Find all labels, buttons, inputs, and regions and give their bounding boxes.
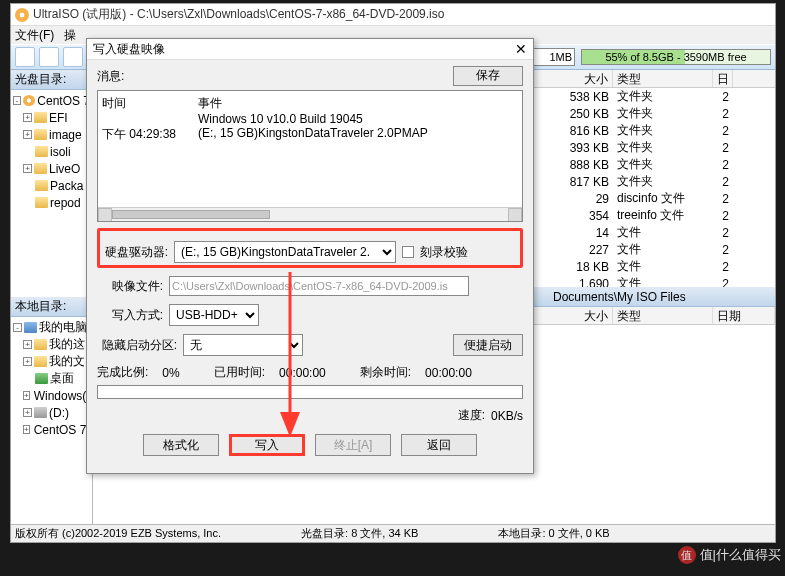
- write-disk-image-dialog: 写入硬盘映像 ✕ 消息: 保存 时间 事件 Windows 10 v10.0 B…: [86, 38, 534, 474]
- verify-label: 刻录校验: [420, 244, 468, 261]
- dialog-titlebar: 写入硬盘映像 ✕: [87, 39, 533, 60]
- write-button[interactable]: 写入: [229, 434, 305, 456]
- folder-icon: [34, 112, 47, 123]
- stop-button: 终止[A]: [315, 434, 391, 456]
- scrollbar-horizontal[interactable]: [98, 207, 522, 221]
- capacity-progress: 55% of 8.5GB - 3590MB free: [581, 49, 771, 65]
- disc-stats: 光盘目录: 8 文件, 34 KB: [301, 526, 418, 541]
- drive-highlight: 硬盘驱动器: (E:, 15 GB)KingstonDataTraveler 2…: [97, 228, 523, 268]
- save-button[interactable]: 保存: [453, 66, 523, 86]
- quick-boot-button[interactable]: 便捷启动: [453, 334, 523, 356]
- disc-icon: [23, 95, 35, 106]
- log-box: 时间 事件 Windows 10 v10.0 Build 19045 下午 04…: [97, 90, 523, 222]
- expand-icon[interactable]: +: [23, 113, 32, 122]
- write-method-select[interactable]: USB-HDD+ v: [169, 304, 259, 326]
- tool-new-icon[interactable]: [15, 47, 35, 67]
- close-icon[interactable]: ✕: [515, 41, 527, 57]
- computer-icon: [24, 322, 37, 333]
- size-indicator: 1MB 55% of 8.5GB - 3590MB free: [525, 48, 771, 66]
- app-icon: [15, 8, 29, 22]
- menu-file[interactable]: 文件(F): [15, 27, 54, 44]
- write-method-label: 写入方式:: [97, 307, 163, 324]
- image-file-input[interactable]: [169, 276, 469, 296]
- col-event: 事件: [198, 95, 222, 112]
- statusbar: 版权所有 (c)2002-2019 EZB Systems, Inc. 光盘目录…: [11, 524, 775, 542]
- local-stats: 本地目录: 0 文件, 0 KB: [498, 526, 609, 541]
- titlebar: UltraISO (试用版) - C:\Users\Zxl\Downloads\…: [11, 4, 775, 26]
- collapse-icon[interactable]: -: [13, 96, 21, 105]
- drive-select[interactable]: (E:, 15 GB)KingstonDataTraveler 2.: [174, 241, 396, 263]
- back-button[interactable]: 返回: [401, 434, 477, 456]
- format-button[interactable]: 格式化: [143, 434, 219, 456]
- disc-tree[interactable]: -CentOS 7 +EFI +image isoli +LiveO Packa…: [11, 90, 92, 297]
- drive-label: 硬盘驱动器:: [102, 244, 168, 261]
- image-file-label: 映像文件:: [97, 278, 163, 295]
- window-title: UltraISO (试用版) - C:\Users\Zxl\Downloads\…: [33, 6, 444, 23]
- watermark-icon: 值: [678, 546, 696, 564]
- watermark: 值 值|什么值得买: [678, 546, 781, 564]
- local-dir-header: 本地目录:: [11, 297, 92, 317]
- message-label: 消息:: [97, 68, 124, 85]
- disc-dir-header: 光盘目录:: [11, 70, 92, 90]
- tree-root: -CentOS 7: [13, 92, 90, 109]
- hidden-boot-select[interactable]: 无: [183, 334, 303, 356]
- menu-other[interactable]: 操: [64, 27, 76, 44]
- write-progress-bar: [97, 385, 523, 399]
- copyright-text: 版权所有 (c)2002-2019 EZB Systems, Inc.: [15, 526, 221, 541]
- hidden-boot-label: 隐藏启动分区:: [97, 337, 177, 354]
- desktop-icon: [35, 373, 48, 384]
- col-time: 时间: [102, 95, 182, 112]
- verify-checkbox[interactable]: [402, 246, 414, 258]
- tool-save-icon[interactable]: [63, 47, 83, 67]
- local-tree[interactable]: -我的电脑 +我的这 +我的文 桌面 +Windows(C:) +(D:) +C…: [11, 317, 92, 524]
- tool-open-icon[interactable]: [39, 47, 59, 67]
